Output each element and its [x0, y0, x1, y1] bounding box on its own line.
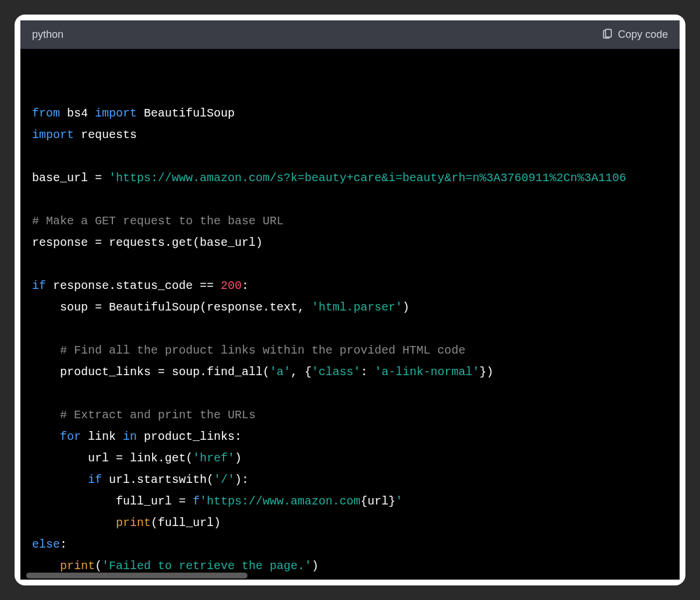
horizontal-scrollbar[interactable]: [20, 571, 680, 580]
code-line: import requests: [32, 124, 668, 146]
code-line: for link in product_links:: [32, 426, 668, 447]
code-line: soup = BeautifulSoup(response.text, 'htm…: [32, 297, 668, 318]
code-line: if response.status_code == 200:: [32, 275, 668, 297]
copy-code-button[interactable]: Copy code: [602, 27, 668, 42]
code-line: url = link.get('href'): [32, 447, 668, 469]
code-block: python Copy code from bs4 import Beautif…: [20, 20, 680, 580]
language-label: python: [32, 29, 63, 41]
horizontal-scrollbar-thumb[interactable]: [26, 573, 248, 578]
clipboard-icon: [602, 27, 613, 42]
code-line: full_url = f'https://www.amazon.com{url}…: [32, 490, 668, 512]
code-line: print(full_url): [32, 512, 668, 534]
code-line: from bs4 import BeautifulSoup: [32, 103, 668, 124]
code-line: [32, 318, 668, 340]
code-line: # Find all the product links within the …: [32, 340, 668, 361]
code-line: if url.startswith('/'):: [32, 469, 668, 490]
code-card: python Copy code from bs4 import Beautif…: [15, 15, 685, 585]
code-line: base_url = 'https://www.amazon.com/s?k=b…: [32, 167, 668, 189]
code-line: # Make a GET request to the base URL: [32, 210, 668, 232]
svg-rect-0: [606, 29, 611, 37]
code-content[interactable]: from bs4 import BeautifulSoupimport requ…: [20, 49, 680, 580]
code-line: response = requests.get(base_url): [32, 232, 668, 253]
code-line: product_links = soup.find_all('a', {'cla…: [32, 361, 668, 383]
code-line: [32, 253, 668, 275]
code-line: # Extract and print the URLs: [32, 404, 668, 426]
code-header: python Copy code: [20, 20, 680, 49]
code-line: [32, 146, 668, 167]
code-line: else:: [32, 534, 668, 555]
copy-code-label: Copy code: [618, 29, 668, 41]
code-line: [32, 189, 668, 210]
code-line: [32, 383, 668, 404]
